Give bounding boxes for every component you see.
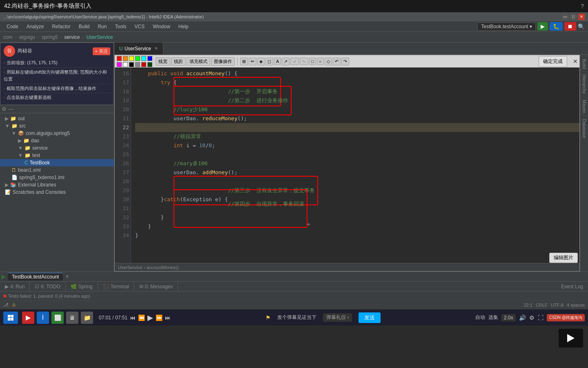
taskbar-icon-4[interactable]: 🖥 [66,312,78,324]
run-tab-close[interactable]: ✕ [65,274,69,279]
tree-item-bean1[interactable]: 🗒 bean1.xml [0,166,114,174]
bottom-tab-run[interactable]: ▶ 4: Run [0,282,30,291]
fill-mode-btn[interactable]: 填充模式 [187,57,210,66]
line-tool[interactable]: ⟋ [290,58,299,65]
next-btn[interactable]: ⏭ [165,314,171,321]
run-tab-label[interactable]: TestBook.testAccount [8,273,63,280]
color-swatch-1[interactable] [117,56,122,61]
settings-btn[interactable]: ⚙ [529,314,535,321]
help-icon[interactable]: ? [581,3,584,9]
nav-com[interactable]: com [3,34,13,40]
text-tool[interactable]: A [274,58,281,65]
menu-item-build[interactable]: Build [76,23,93,30]
redo-tool[interactable]: ↷ [341,58,349,65]
right-tab-database[interactable]: Database [581,117,588,141]
taskbar-icon-5[interactable]: 📁 [81,312,93,324]
collapse-icon[interactable]: — [8,106,13,112]
close-dialog-icon[interactable]: ✕ [573,58,578,65]
undo-tool[interactable]: ↶ [333,58,341,65]
color-swatch-2[interactable] [123,56,128,61]
nav-service[interactable]: service [64,34,80,40]
line-width-btn[interactable]: 线宽 [156,57,170,66]
code-text[interactable]: public void accountMoney() { try { //第一步 [131,67,579,263]
video-player-overlay[interactable] [559,329,583,348]
menu-item-refactor[interactable]: Refactor [49,23,74,30]
run-config-area[interactable]: TestBook.testAccount ▾ ▶ 🐛 ⏹ 🔍 [477,22,585,31]
eraser-tool[interactable]: ◻ [265,58,273,65]
color-swatch-9[interactable] [129,62,134,67]
color-swatch-5[interactable] [141,56,146,61]
color-swatch-4[interactable] [135,56,140,61]
right-tab-maven[interactable]: Maven [581,97,588,116]
minimize-btn[interactable]: — [562,13,568,20]
debug-btn[interactable]: 🐛 [550,22,563,31]
menu-item-vcs[interactable]: VCS [131,23,148,30]
taskbar-icon-3[interactable]: ⬜ [51,312,64,324]
color-swatch-10[interactable] [135,62,140,67]
forward-btn[interactable]: ⏩ [156,314,163,321]
menu-item-help[interactable]: Help [175,23,192,30]
line-dist-btn[interactable]: 线距 [171,57,186,66]
prev-btn[interactable]: ⏮ [130,314,136,321]
tree-item-test[interactable]: ▼ 📁 test [0,152,114,159]
bottom-tab-todo[interactable]: ☑ 6: TODO [30,282,66,291]
start-btn[interactable] [3,312,18,324]
confirm-btn[interactable]: 确定完成 [539,56,567,67]
auto-label[interactable]: 自动 [475,314,485,321]
nav-spring5[interactable]: spring5 [42,34,58,40]
play-pause-btn[interactable]: ▶ [147,313,153,322]
collection-label[interactable]: 选集 [488,314,498,321]
taskbar-icon-1[interactable]: ▶ [22,312,34,324]
bottom-tab-messages[interactable]: ✉ 0: Messages [134,282,178,291]
right-tab-hierarchy[interactable]: Hierarchy [581,72,588,96]
tree-item-service[interactable]: ▼ 📁 service [0,144,114,152]
color-swatch-3[interactable] [129,56,134,61]
fullscreen-btn[interactable]: ⛶ [538,314,543,321]
follow-btn[interactable]: + 关注 [93,47,110,55]
stop-btn[interactable]: ⏹ [564,22,576,31]
speed-label[interactable]: 2.0x [501,314,516,321]
run-btn[interactable]: ▶ [537,22,548,31]
right-tab-build[interactable]: Build [581,56,588,71]
tree-item-src[interactable]: ▼ 📁 src [0,122,114,130]
menu-item-code[interactable]: Code [3,23,22,30]
event-log-btn[interactable]: Event Log [556,282,588,291]
toolbar-search[interactable]: 🔍 [578,23,585,30]
tree-item-package[interactable]: ▼ 📦 com.atguigu.spring5 [0,130,114,137]
bottom-tab-terminal[interactable]: ⬛ Terminal [98,282,134,291]
menu-item-tools[interactable]: Tools [111,23,129,30]
tree-item-dao[interactable]: ▶ 📁 dao [0,137,114,144]
tab-userservice[interactable]: U UserService ✕ [114,43,163,54]
close-btn[interactable]: ✕ [578,13,585,20]
bottom-tab-spring[interactable]: 🌿 Spring [66,282,98,291]
window-controls[interactable]: — □ ✕ [562,13,585,20]
settings-icon[interactable]: ⚙ [2,106,7,112]
maximize-btn[interactable]: □ [570,13,577,20]
circle-tool[interactable]: ○ [317,58,324,65]
etiquette-btn[interactable]: 弹幕礼仪 › [323,313,352,322]
color-swatch-12[interactable] [147,62,152,67]
tree-item-testbook[interactable]: C TestBook [0,159,114,166]
tree-item-scratches[interactable]: 📝 Scratches and Consoles [0,188,114,196]
nav-userservice[interactable]: UserService [86,34,113,40]
color-swatch-8[interactable] [123,62,128,67]
color-swatch-11[interactable] [141,62,146,67]
menu-item-window[interactable]: Window [149,23,174,30]
line2-tool[interactable]: ⟍ [300,58,308,65]
volume-btn[interactable]: 🔊 [519,314,526,321]
diamond-tool[interactable]: ◇ [325,58,332,65]
select-tool[interactable]: ⊞ [240,58,248,65]
menu-item-analyze[interactable]: Analyze [23,23,47,30]
tree-item-external[interactable]: ▶ 📚 External Libraries [0,181,114,188]
tab-close[interactable]: ✕ [154,46,158,51]
tree-item-iml[interactable]: 📄 spring5_txdemo1.iml [0,174,114,181]
tree-item-out[interactable]: ▶ 📁 out [0,115,114,122]
pencil-tool[interactable]: ✏ [249,58,256,65]
edit-image-btn[interactable]: 编辑图片 [549,253,578,263]
menu-item-run[interactable]: Run [94,23,110,30]
rect-tool[interactable]: □ [309,58,316,65]
taskbar-icon-2[interactable]: I [37,312,49,324]
nav-atguigu[interactable]: atguigu [19,34,35,40]
send-btn[interactable]: 发送 [359,312,381,323]
color-swatch-6[interactable] [147,56,152,61]
